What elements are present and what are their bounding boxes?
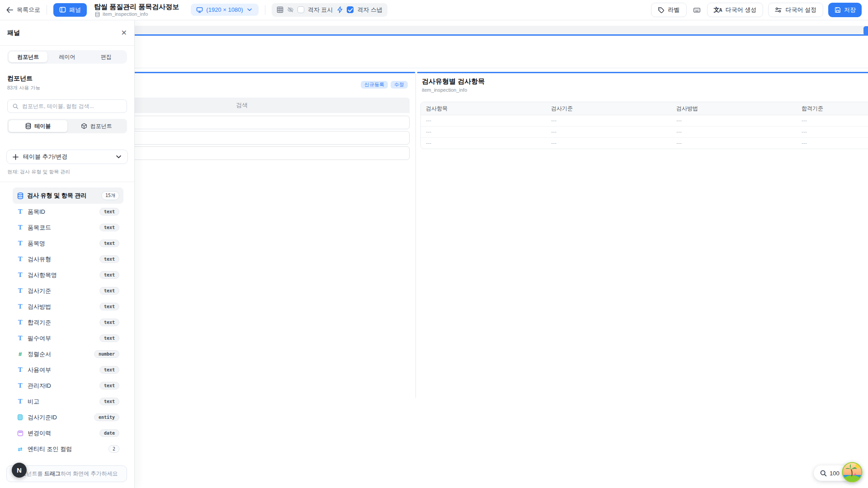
sliders-icon [775,7,782,13]
join-columns-item[interactable]: ⇄ 엔티티 조인 컬럼 2 [13,441,123,455]
table-row[interactable]: ------------ [421,127,868,138]
grid-icon [277,6,283,13]
table-row[interactable]: ------------ [421,138,868,149]
back-label: 목록으로 [17,6,40,14]
field-item[interactable]: T 관리자ID text [13,378,123,394]
field-item[interactable]: 검사기준ID entity [13,409,123,425]
field-item[interactable]: T 검사방법 text [13,299,123,314]
register-button[interactable]: 신규등록 [361,81,388,89]
table-column-header[interactable]: 검사항목 [421,102,546,115]
inspection-table-component[interactable]: 검사유형별 검사항목 item_inspection_info 검사항목검사기준… [417,72,868,398]
close-icon[interactable]: ✕ [121,28,127,37]
field-name: 품목코드 [28,224,51,232]
page-title: 탑씰 품질관리 품목검사정보 [94,3,179,10]
label-button-text: 라벨 [668,6,680,14]
table-name: item_inspection_info [103,11,148,17]
field-item[interactable]: T 합격기준 text [13,314,123,330]
i18n-settings-button[interactable]: 다국어 설정 [768,3,823,17]
search-input[interactable] [22,103,122,109]
data-table[interactable]: 검사항목검사기준검사방법합격기준 -----------------------… [420,102,868,149]
resolution-selector[interactable]: (868 × 488) [191,4,258,16]
source-tab-tables[interactable]: 테이블 [9,120,67,132]
source-tab-components[interactable]: 컴포넌트 [67,120,126,132]
chevron-down-icon [115,155,122,159]
field-list: 검사 유형 및 항목 관리 15개 T 품목ID text T 품목코드 tex… [0,182,134,455]
field-item[interactable]: T 검사유형 text [13,251,123,267]
database-icon [94,12,101,17]
field-item[interactable]: T 품목명 text [13,235,123,251]
tab-layers[interactable]: 레이어 [47,52,86,62]
translate-icon: 文A [714,6,722,14]
i18n-generate-label: 다국어 생성 [726,6,757,14]
i18n-generate-button[interactable]: 文A 다국어 생성 [707,3,764,17]
field-item[interactable]: T 비고 text [13,394,123,409]
table-row[interactable]: ------------ [421,115,868,127]
field-item[interactable]: T 검사항목명 text [13,267,123,283]
field-name: 검사항목명 [28,271,57,279]
text-type-icon: T [17,240,24,247]
field-item[interactable]: T 품목코드 text [13,220,123,235]
table-column-header[interactable]: 검사기준 [546,102,671,115]
save-icon [834,7,841,13]
field-item[interactable]: T 품목ID text [13,204,123,220]
field-item[interactable]: T 필수여부 text [13,330,123,346]
edit-button[interactable]: 수정 [391,81,408,89]
tab-components[interactable]: 컴포넌트 [9,52,47,62]
zoom-level: 100 [830,470,840,477]
back-button[interactable]: 목록으로 [6,6,40,14]
text-type-icon: T [17,272,24,278]
field-name: 품목명 [28,239,45,248]
field-type-badge: text [99,208,119,216]
island-avatar[interactable] [842,462,863,483]
join-count-badge: 2 [108,445,119,453]
keyboard-icon [693,7,700,14]
field-item[interactable]: T 사용여부 text [13,362,123,378]
field-name: 비고 [28,398,39,406]
available-count: 83개 사용 가능 [7,84,127,91]
text-type-icon: T [17,287,24,294]
join-item-label: 엔티티 조인 컬럼 [28,445,72,453]
text-type-icon: T [17,303,24,310]
monitor-icon [196,7,203,13]
tab-edit[interactable]: 편집 [87,52,126,62]
field-type-badge: text [99,255,119,263]
current-table-label: 현재: 검사 유형 및 항목 관리 [7,169,127,175]
component-title: 검사유형별 검사항목 [422,77,485,86]
table-group-name: 검사 유형 및 항목 관리 [27,192,86,200]
save-button[interactable]: 저장 [828,3,862,17]
field-type-badge: date [99,429,119,437]
section-title: 컴포넌트 [7,75,127,83]
grid-show-checkbox[interactable] [297,6,304,13]
field-name: 검사유형 [28,255,51,263]
field-rows: T 품목ID text T 품목코드 text T 품목명 text T 검사유… [13,204,123,441]
join-icon: ⇄ [17,446,24,452]
magnifier-icon [820,470,827,477]
grid-show-label: 격자 표시 [308,6,333,14]
number-type-icon: # [17,351,24,357]
add-table-label: 테이블 추가/변경 [23,153,111,161]
keyboard-shortcuts-button[interactable] [692,7,702,14]
field-type-badge: text [99,382,119,389]
n-floating-badge[interactable]: N [12,463,27,478]
grid-snap-checkbox[interactable] [347,6,354,13]
field-item[interactable]: # 정렬순서 number [13,346,123,362]
field-item[interactable]: T 검사기준 text [13,283,123,299]
panel-toggle-button[interactable]: 패널 [53,3,87,17]
resolution-label: (868 × 488) [206,6,243,13]
table-header-row: 검사항목검사기준검사방법합격기준 [421,102,868,115]
eye-off-icon [287,6,294,13]
tag-icon [658,7,665,14]
table-column-header[interactable]: 검사방법 [671,102,797,115]
field-item[interactable]: 변경이력 date [13,425,123,441]
field-type-badge: text [99,271,119,279]
add-table-button[interactable]: 테이블 추가/변경 [6,150,128,164]
selection-handle[interactable] [863,26,868,35]
label-button[interactable]: 라벨 [651,3,687,17]
field-type-badge: text [99,366,119,374]
table-group-row[interactable]: 검사 유형 및 항목 관리 15개 [13,188,123,204]
component-panel: 패널 ✕ 컴포넌트 레이어 편집 컴포넌트 83개 사용 가능 테이블 [0,20,135,488]
table-column-header[interactable]: 합격기준 [797,102,868,115]
field-name: 품목ID [28,208,45,216]
field-type-badge: text [99,224,119,231]
field-type-badge: text [99,334,119,342]
